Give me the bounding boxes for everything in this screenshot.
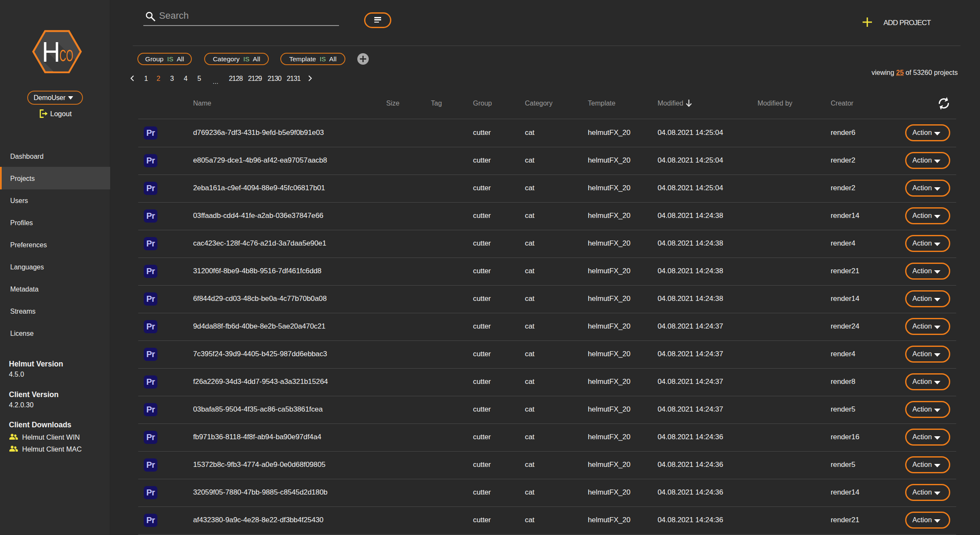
svg-text:CO: CO <box>60 46 73 65</box>
svg-text:H: H <box>42 36 60 68</box>
